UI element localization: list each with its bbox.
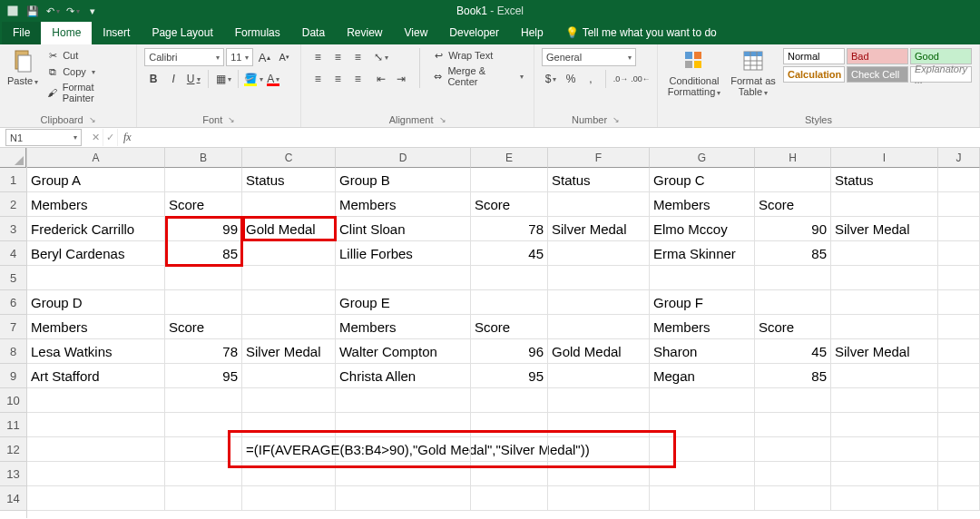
cut-button[interactable]: ✂Cut [44, 48, 129, 63]
cell[interactable] [938, 388, 980, 413]
tab-home[interactable]: Home [41, 22, 92, 44]
cell[interactable] [938, 486, 980, 511]
cell[interactable] [165, 290, 242, 315]
cell[interactable]: Silver Medal [242, 339, 336, 364]
cell[interactable]: 78 [165, 339, 242, 364]
cell[interactable] [938, 315, 980, 339]
cell[interactable]: 85 [755, 241, 831, 266]
italic-button[interactable]: I [164, 70, 182, 88]
cell[interactable] [548, 486, 650, 511]
cell-styles-gallery[interactable]: Normal Bad Good Calculation Check Cell E… [783, 48, 972, 83]
cell[interactable]: 85 [755, 364, 831, 388]
cell[interactable] [336, 413, 471, 437]
cell[interactable] [242, 266, 336, 290]
column-header[interactable]: A [27, 148, 165, 168]
cell[interactable]: Silver Medal [831, 339, 938, 364]
cell[interactable]: Walter Compton [336, 339, 471, 364]
tab-formulas[interactable]: Formulas [224, 22, 291, 44]
cell[interactable] [548, 388, 650, 413]
column-header[interactable]: C [242, 148, 336, 168]
cell[interactable] [755, 486, 831, 511]
cell[interactable] [650, 462, 755, 486]
cell[interactable] [471, 266, 548, 290]
cell[interactable]: Members [650, 192, 755, 217]
cell[interactable] [548, 437, 650, 462]
cell[interactable] [165, 437, 242, 462]
column-header[interactable]: J [938, 148, 980, 168]
cell[interactable] [938, 192, 980, 217]
cell[interactable]: 45 [471, 241, 548, 266]
cell[interactable] [242, 462, 336, 486]
cell[interactable] [938, 241, 980, 266]
accounting-button[interactable]: $ [542, 70, 560, 88]
cell[interactable]: Erma Skinner [650, 241, 755, 266]
comma-button[interactable]: , [582, 70, 600, 88]
align-middle-button[interactable]: ≡ [328, 48, 347, 66]
cell[interactable] [27, 437, 165, 462]
cell[interactable] [938, 290, 980, 315]
cell[interactable]: Megan [650, 364, 755, 388]
cell[interactable] [938, 413, 980, 437]
cell[interactable]: 45 [755, 339, 831, 364]
cell[interactable] [165, 413, 242, 437]
wrap-text-button[interactable]: ↩Wrap Text [429, 48, 526, 63]
tab-developer[interactable]: Developer [438, 22, 510, 44]
cell[interactable] [938, 437, 980, 462]
cell[interactable] [471, 168, 548, 192]
row-header[interactable]: 9 [0, 364, 26, 388]
cell[interactable]: Score [471, 192, 548, 217]
align-top-button[interactable]: ≡ [309, 48, 327, 66]
increase-indent-button[interactable]: ⇥ [392, 70, 410, 88]
row-header[interactable]: 1 [0, 168, 26, 192]
merge-center-button[interactable]: ⇔Merge & Center [429, 64, 526, 88]
style-check-cell[interactable]: Check Cell [847, 66, 908, 83]
cell[interactable] [242, 290, 336, 315]
cell[interactable]: Group E [336, 290, 471, 315]
tab-view[interactable]: View [394, 22, 439, 44]
cell[interactable] [336, 486, 471, 511]
cell[interactable] [938, 168, 980, 192]
cell[interactable]: 90 [755, 217, 831, 241]
cell[interactable]: Art Stafford [27, 364, 165, 388]
cell[interactable]: =(IF(AVERAGE(B3:B4>90),"Gold Medal","Sil… [242, 437, 336, 462]
cell[interactable]: Members [336, 192, 471, 217]
cell[interactable] [755, 290, 831, 315]
tab-help[interactable]: Help [510, 22, 554, 44]
cell[interactable]: Status [242, 168, 336, 192]
cell[interactable]: Group F [650, 290, 755, 315]
cell[interactable]: Silver Medal [548, 217, 650, 241]
redo-button[interactable]: ↷ [65, 4, 80, 18]
cell[interactable]: 85 [165, 241, 242, 266]
fill-color-button[interactable]: 🪣 [244, 70, 262, 88]
column-header[interactable]: D [336, 148, 471, 168]
cell[interactable] [471, 413, 548, 437]
cell[interactable] [548, 315, 650, 339]
cell[interactable]: Score [165, 315, 242, 339]
tab-page-layout[interactable]: Page Layout [141, 22, 223, 44]
cell[interactable] [650, 486, 755, 511]
cell[interactable] [548, 364, 650, 388]
align-left-button[interactable]: ≡ [309, 70, 327, 88]
column-header[interactable]: I [831, 148, 938, 168]
cell[interactable] [336, 388, 471, 413]
formula-input[interactable] [137, 129, 980, 146]
cell[interactable] [165, 486, 242, 511]
dialog-launcher-icon[interactable]: ↘ [228, 115, 235, 124]
cell[interactable]: Members [650, 315, 755, 339]
font-name-selector[interactable]: Calibri▾ [144, 48, 224, 66]
cell[interactable] [165, 462, 242, 486]
borders-button[interactable]: ▦ [214, 70, 232, 88]
cell[interactable] [938, 266, 980, 290]
row-header[interactable]: 11 [0, 413, 26, 437]
cell[interactable] [242, 241, 336, 266]
cell[interactable] [831, 241, 938, 266]
cell[interactable]: Beryl Cardenas [27, 241, 165, 266]
paste-button[interactable]: Paste [7, 48, 38, 86]
row-header[interactable]: 6 [0, 290, 26, 315]
style-calculation[interactable]: Calculation [783, 66, 845, 83]
cell[interactable] [650, 266, 755, 290]
tab-insert[interactable]: Insert [92, 22, 141, 44]
cell[interactable] [27, 486, 165, 511]
style-bad[interactable]: Bad [847, 48, 908, 64]
tell-me[interactable]: 💡 Tell me what you want to do [554, 22, 728, 44]
